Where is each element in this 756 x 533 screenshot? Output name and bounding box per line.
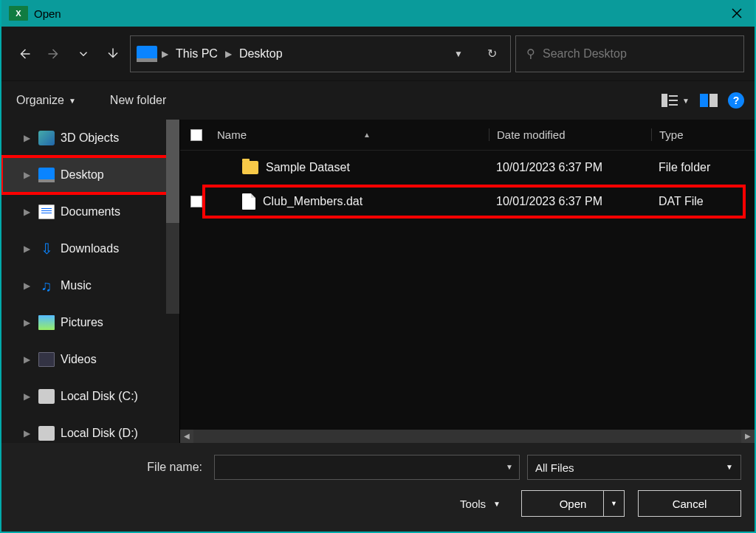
pictures-icon <box>38 315 55 330</box>
tree-item-local-disk-d[interactable]: ▶ Local Disk (D:) <box>1 415 179 443</box>
tree-item-pictures[interactable]: ▶ Pictures <box>1 304 179 341</box>
file-name: Sample Dataset <box>266 161 350 174</box>
new-folder-button[interactable]: New folder <box>106 91 171 110</box>
chevron-down-icon: ▼ <box>69 97 76 105</box>
3d-objects-icon <box>38 131 55 145</box>
file-name: Club_Members.dat <box>263 195 362 208</box>
search-input[interactable] <box>543 47 733 61</box>
tree-item-desktop[interactable]: ▶ Desktop <box>1 157 179 193</box>
tree-item-local-disk-c[interactable]: ▶ Local Disk (C:) <box>1 378 179 415</box>
drive-icon <box>38 426 55 441</box>
svg-rect-2 <box>669 100 678 101</box>
address-bar[interactable]: ▶ This PC ▶ Desktop ▼ ↻ <box>130 35 511 72</box>
svg-rect-0 <box>662 94 667 107</box>
chevron-right-icon: ▶ <box>225 49 232 59</box>
tree-item-videos[interactable]: ▶ Videos <box>1 341 179 378</box>
up-button[interactable] <box>100 41 126 66</box>
sidebar-scrollbar-thumb[interactable] <box>166 120 179 223</box>
drive-icon <box>38 389 55 404</box>
svg-rect-4 <box>700 94 708 107</box>
svg-rect-5 <box>709 94 718 107</box>
file-type: File folder <box>651 161 755 174</box>
scroll-right-button[interactable]: ▶ <box>741 430 755 443</box>
svg-rect-1 <box>669 95 678 97</box>
scroll-left-button[interactable]: ◀ <box>180 430 193 443</box>
desktop-icon <box>38 168 55 182</box>
chevron-down-icon: ▼ <box>493 500 501 508</box>
forward-button[interactable] <box>41 41 66 66</box>
filename-combo[interactable]: ▼ <box>214 455 520 480</box>
help-button[interactable]: ? <box>728 92 744 109</box>
column-headers: Name ▲ Date modified Type <box>180 120 755 151</box>
file-date: 10/01/2023 6:37 PM <box>489 161 651 174</box>
videos-icon <box>38 352 55 367</box>
open-split-button[interactable]: ▼ <box>603 491 624 516</box>
horizontal-scrollbar[interactable]: ◀ ▶ <box>180 430 755 443</box>
folder-icon <box>242 161 258 174</box>
file-row-folder[interactable]: Sample Dataset 10/01/2023 6:37 PM File f… <box>180 151 755 185</box>
toolbar: Organize ▼ New folder ▼ ? <box>1 81 755 120</box>
recent-dropdown[interactable] <box>71 41 96 66</box>
expand-icon[interactable]: ▶ <box>24 317 32 328</box>
chevron-right-icon: ▶ <box>162 49 168 59</box>
file-list-panel: Name ▲ Date modified Type Sample Dataset… <box>180 120 755 443</box>
nav-tree[interactable]: ▶ 3D Objects ▶ Desktop ▶ Documents ▶ ⇩ D… <box>1 120 180 443</box>
expand-icon[interactable]: ▶ <box>24 244 32 254</box>
address-dropdown[interactable]: ▼ <box>454 49 463 59</box>
organize-menu[interactable]: Organize ▼ <box>12 91 80 110</box>
tree-item-3d-objects[interactable]: ▶ 3D Objects <box>1 120 179 157</box>
view-mode-button[interactable]: ▼ <box>662 94 690 107</box>
nav-row: ▶ This PC ▶ Desktop ▼ ↻ ⚲ <box>1 27 755 81</box>
expand-icon[interactable]: ▶ <box>24 133 32 143</box>
tree-item-documents[interactable]: ▶ Documents <box>1 193 179 230</box>
search-icon: ⚲ <box>526 47 535 61</box>
chevron-down-icon: ▼ <box>726 465 733 470</box>
breadcrumb-root[interactable]: This PC <box>173 46 221 62</box>
location-icon <box>137 46 157 62</box>
chevron-down-icon: ▼ <box>611 500 617 507</box>
chevron-down-icon: ▼ <box>506 465 513 470</box>
filetype-filter[interactable]: All Files ▼ <box>527 455 741 480</box>
file-type: DAT File <box>651 195 755 208</box>
details-view-icon <box>662 94 678 107</box>
expand-icon[interactable]: ▶ <box>24 354 32 365</box>
file-icon <box>242 193 255 210</box>
titlebar: X Open <box>1 0 755 27</box>
sort-indicator-icon: ▲ <box>363 131 371 139</box>
chevron-down-icon: ▼ <box>682 97 690 105</box>
search-box[interactable]: ⚲ <box>515 35 744 72</box>
column-date[interactable]: Date modified <box>489 128 651 141</box>
file-rows: Sample Dataset 10/01/2023 6:37 PM File f… <box>180 151 755 430</box>
tree-item-downloads[interactable]: ▶ ⇩ Downloads <box>1 230 179 267</box>
window-title: Open <box>34 7 61 20</box>
breadcrumb-current[interactable]: Desktop <box>236 46 286 62</box>
preview-pane-button[interactable] <box>700 94 718 107</box>
expand-icon[interactable]: ▶ <box>24 281 32 291</box>
excel-icon: X <box>9 6 28 21</box>
svg-rect-3 <box>669 104 678 106</box>
column-type[interactable]: Type <box>651 128 755 141</box>
file-date: 10/01/2023 6:37 PM <box>489 195 651 208</box>
tools-menu[interactable]: Tools ▼ <box>460 498 501 510</box>
back-button[interactable] <box>12 41 37 66</box>
filename-label: File name: <box>15 461 207 474</box>
tree-item-music[interactable]: ▶ ♫ Music <box>1 267 179 304</box>
expand-icon[interactable]: ▶ <box>24 391 32 402</box>
documents-icon <box>38 204 55 219</box>
row-checkbox[interactable] <box>190 196 202 207</box>
refresh-button[interactable]: ↻ <box>479 47 504 61</box>
file-row-dat[interactable]: Club_Members.dat 10/01/2023 6:37 PM DAT … <box>180 185 755 219</box>
music-icon: ♫ <box>38 278 55 293</box>
preview-pane-icon <box>700 94 718 107</box>
close-button[interactable] <box>719 0 755 27</box>
expand-icon[interactable]: ▶ <box>24 207 32 217</box>
downloads-icon: ⇩ <box>38 241 55 256</box>
cancel-button[interactable]: Cancel <box>638 490 741 517</box>
column-name[interactable]: Name ▲ <box>213 128 489 141</box>
expand-icon[interactable]: ▶ <box>24 170 32 180</box>
select-all-checkbox[interactable] <box>190 129 202 141</box>
open-button[interactable]: Open ▼ <box>521 490 625 517</box>
expand-icon[interactable]: ▶ <box>24 428 32 439</box>
dialog-footer: File name: ▼ All Files ▼ Tools ▼ Open ▼ … <box>1 443 755 532</box>
dialog-body: ▶ 3D Objects ▶ Desktop ▶ Documents ▶ ⇩ D… <box>1 120 755 443</box>
